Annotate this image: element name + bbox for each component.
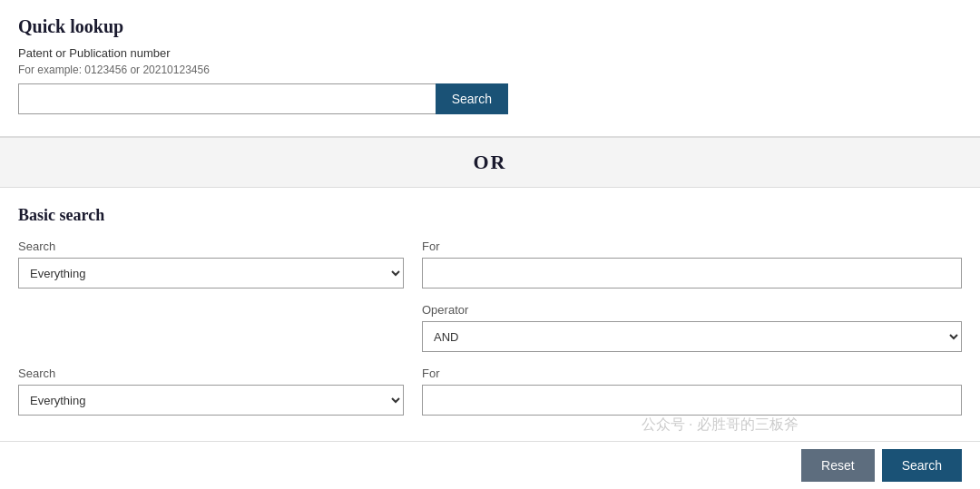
search-left-1: Search EverythingTitleAbstractClaimsDesc… [18,240,422,289]
search-row-2: Search EverythingTitleAbstractClaimsDesc… [18,367,962,416]
for-label-1: For [422,240,962,253]
search-select-1[interactable]: EverythingTitleAbstractClaimsDescription… [18,258,404,289]
search-label-2: Search [18,367,404,380]
quick-lookup-title: Quick lookup [18,16,962,37]
quick-lookup-section: Quick lookup Patent or Publication numbe… [0,0,980,137]
search-left-2: Search EverythingTitleAbstractClaimsDesc… [18,367,422,416]
operator-right: Operator ANDORNOT [422,303,962,352]
basic-search-title: Basic search [18,206,962,225]
search-select-2[interactable]: EverythingTitleAbstractClaimsDescription… [18,385,404,416]
operator-label: Operator [422,303,962,317]
search-button-bottom[interactable]: Search [882,449,962,482]
for-right-1: For [422,240,962,289]
search-label-1: Search [18,240,404,253]
for-right-2: For [422,367,962,416]
for-label-2: For [422,367,962,380]
bottom-bar: Reset Search [0,441,980,489]
quick-lookup-input-row: Search [18,83,508,114]
or-divider-section: OR [0,137,980,188]
basic-search-section: Basic search Search EverythingTitleAbstr… [0,188,980,448]
quick-lookup-input[interactable] [18,83,436,114]
page-container: Quick lookup Patent or Publication numbe… [0,0,980,448]
quick-lookup-example: For example: 0123456 or 20210123456 [18,64,962,76]
quick-lookup-label: Patent or Publication number [18,46,962,60]
reset-button[interactable]: Reset [801,449,875,482]
for-input-1[interactable] [422,258,962,289]
operator-select[interactable]: ANDORNOT [422,321,962,352]
search-row-1: Search EverythingTitleAbstractClaimsDesc… [18,240,962,289]
quick-lookup-search-button[interactable]: Search [436,83,508,114]
operator-left [18,303,422,352]
operator-row: Operator ANDORNOT [18,303,962,352]
or-text: OR [474,151,507,173]
for-input-2[interactable] [422,385,962,416]
